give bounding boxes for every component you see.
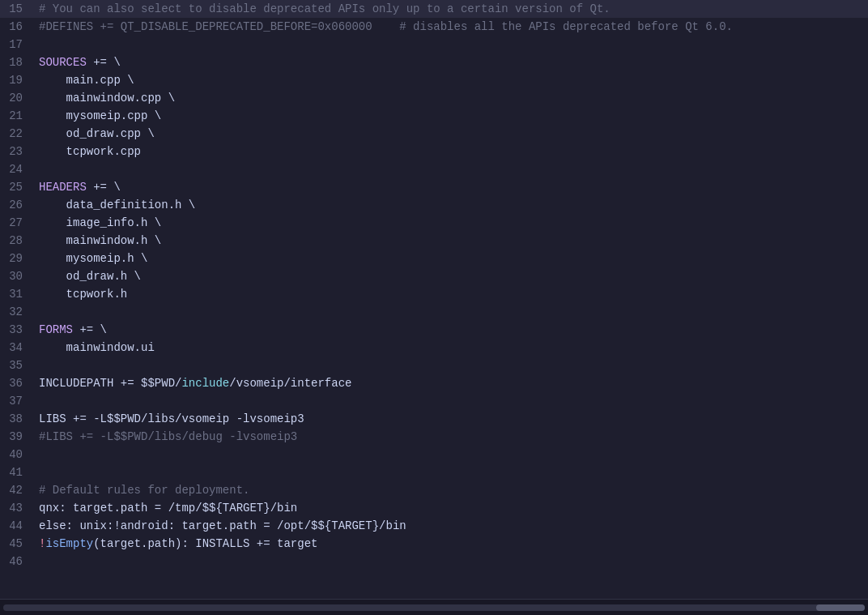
line-number: 27 (0, 214, 32, 232)
line-content: image_info.h \ (32, 214, 868, 232)
line-number: 38 (0, 410, 32, 428)
token: mainwindow.h \ (39, 234, 161, 247)
code-line: 35 (0, 357, 868, 374)
line-content: HEADERS += \ (32, 178, 868, 196)
token: tcpwork.h (39, 288, 127, 301)
line-number: 24 (0, 160, 32, 178)
token: include (181, 377, 229, 390)
token: HEADERS (39, 181, 87, 194)
line-number: 29 (0, 250, 32, 267)
line-number: 23 (0, 143, 32, 160)
code-line: 42# Default rules for deployment. (0, 481, 868, 499)
line-content (32, 357, 868, 374)
code-line: 26 data_definition.h \ (0, 196, 868, 214)
code-line: 43qnx: target.path = /tmp/$${TARGET}/bin (0, 499, 868, 517)
code-line: 22 od_draw.cpp \ (0, 125, 868, 143)
line-content: data_definition.h \ (32, 196, 868, 214)
code-container[interactable]: 15# You can also select to disable depre… (0, 0, 868, 599)
code-line: 44else: unix:!android: target.path = /op… (0, 517, 868, 535)
token: mainwindow.cpp \ (39, 92, 175, 105)
code-line: 34 mainwindow.ui (0, 339, 868, 357)
token: : (59, 502, 66, 515)
token: FORMS (39, 323, 73, 336)
code-line: 31 tcpwork.h (0, 285, 868, 303)
token: tcpwork.cpp (39, 145, 141, 158)
line-content: od_draw.cpp \ (32, 125, 868, 143)
line-content: tcpwork.cpp (32, 143, 868, 160)
line-number: 31 (0, 285, 32, 303)
token: image_info.h \ (39, 216, 161, 229)
line-content: !isEmpty(target.path): INSTALLS += targe… (32, 535, 868, 553)
code-line: 40 (0, 446, 868, 463)
code-line: 27 image_info.h \ (0, 214, 868, 232)
token: += \ (87, 56, 121, 69)
line-content: qnx: target.path = /tmp/$${TARGET}/bin (32, 499, 868, 517)
line-content: main.cpp \ (32, 71, 868, 89)
code-line: 45!isEmpty(target.path): INSTALLS += tar… (0, 535, 868, 553)
token: qnx (39, 502, 59, 515)
token: od_draw.cpp \ (39, 127, 155, 140)
line-number: 45 (0, 535, 32, 553)
line-number: 46 (0, 553, 32, 570)
token: INCLUDEPATH += $$PWD/ (39, 377, 181, 390)
line-number: 21 (0, 107, 32, 125)
scrollbar-track[interactable] (3, 604, 865, 611)
token: += \ (73, 323, 107, 336)
token: data_definition.h \ (39, 199, 195, 211)
line-number: 26 (0, 196, 32, 214)
code-line: 21 mysomeip.cpp \ (0, 107, 868, 125)
scrollbar-area[interactable] (0, 599, 868, 615)
line-number: 15 (0, 0, 32, 18)
code-line: 37 (0, 392, 868, 410)
line-number: 25 (0, 178, 32, 196)
line-number: 40 (0, 446, 32, 463)
line-number: 33 (0, 321, 32, 339)
token: mysomeip.h \ (39, 252, 147, 265)
line-content: INCLUDEPATH += $$PWD/include/vsomeip/int… (32, 374, 868, 392)
line-number: 36 (0, 374, 32, 392)
line-content: else: unix:!android: target.path = /opt/… (32, 517, 868, 535)
line-number: 20 (0, 89, 32, 107)
line-content: od_draw.h \ (32, 267, 868, 285)
token: += \ (87, 181, 121, 194)
token: LIBS += -L$$PWD/libs/vsomeip -lvsomeip3 (39, 412, 304, 425)
code-line: 46 (0, 553, 868, 570)
line-content: mysomeip.cpp \ (32, 107, 868, 125)
line-content: FORMS += \ (32, 321, 868, 339)
token: mysomeip.cpp \ (39, 109, 161, 122)
line-content: SOURCES += \ (32, 53, 868, 71)
line-content (32, 303, 868, 321)
line-number: 39 (0, 428, 32, 446)
token: # Default rules for deployment. (39, 484, 249, 497)
line-number: 42 (0, 481, 32, 499)
line-content (32, 392, 868, 410)
code-line: 39#LIBS += -L$$PWD/libs/debug -lvsomeip3 (0, 428, 868, 446)
line-content: LIBS += -L$$PWD/libs/vsomeip -lvsomeip3 (32, 410, 868, 428)
line-number: 41 (0, 463, 32, 481)
line-number: 37 (0, 392, 32, 410)
line-content: #LIBS += -L$$PWD/libs/debug -lvsomeip3 (32, 428, 868, 446)
line-content: mainwindow.cpp \ (32, 89, 868, 107)
code-line: 17 (0, 36, 868, 53)
token: isEmpty (45, 537, 93, 550)
code-line: 23 tcpwork.cpp (0, 143, 868, 160)
token: /vsomeip/interface (229, 377, 351, 390)
line-number: 43 (0, 499, 32, 517)
code-line: 19 main.cpp \ (0, 71, 868, 89)
token: #DEFINES += QT_DISABLE_DEPRECATED_BEFORE… (39, 20, 733, 33)
line-content: mainwindow.h \ (32, 232, 868, 250)
code-line: 38LIBS += -L$$PWD/libs/vsomeip -lvsomeip… (0, 410, 868, 428)
code-line: 32 (0, 303, 868, 321)
line-number: 34 (0, 339, 32, 357)
line-number: 18 (0, 53, 32, 71)
line-number: 30 (0, 267, 32, 285)
line-content: # You can also select to disable depreca… (32, 0, 868, 18)
scrollbar-thumb[interactable] (816, 604, 865, 611)
line-number: 28 (0, 232, 32, 250)
token: target.path = /tmp/$${TARGET}/bin (66, 502, 298, 515)
token: SOURCES (39, 56, 87, 69)
token: # You can also select to disable depreca… (39, 2, 611, 15)
line-content (32, 160, 868, 178)
line-number: 32 (0, 303, 32, 321)
token: mainwindow.ui (39, 341, 155, 354)
